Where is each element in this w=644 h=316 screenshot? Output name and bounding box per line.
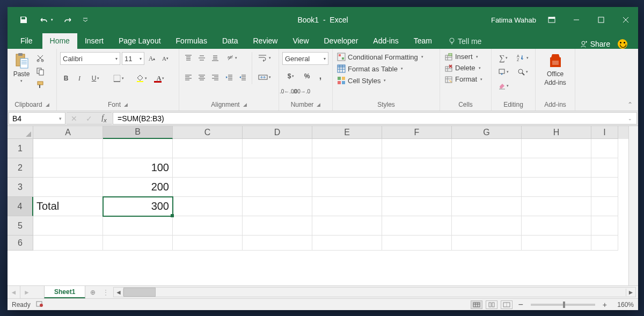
conditional-formatting-button[interactable]: Conditional Formatting [336,52,425,62]
cell-d1[interactable] [243,139,312,158]
feedback-icon[interactable] [618,39,627,49]
copy-icon[interactable] [34,65,46,77]
horizontal-scrollbar[interactable]: ◄► [113,287,636,297]
row-header-5[interactable]: 5 [8,216,33,236]
cell-a6[interactable] [33,236,103,251]
align-top-icon[interactable] [182,52,194,64]
fill-icon[interactable] [495,66,512,78]
cell-i2[interactable] [591,158,618,178]
cell-a3[interactable] [33,178,103,197]
cell-g5[interactable] [452,216,522,236]
format-painter-icon[interactable] [34,79,46,91]
select-all-corner[interactable] [8,126,33,139]
font-name-selector[interactable]: Calibri▾ [60,52,120,65]
cell-a2[interactable] [33,158,103,178]
cell-b2[interactable]: 100 [103,158,173,178]
bold-button[interactable]: B [60,72,72,84]
cell-a1[interactable] [33,139,103,158]
paste-button[interactable]: Paste ▾ [11,51,32,84]
cell-f4[interactable] [382,197,452,216]
add-sheet-icon[interactable]: ⊕ [85,286,100,298]
autosum-icon[interactable]: ∑ [495,52,512,64]
format-as-table-button[interactable]: Format as Table [336,64,404,74]
number-format-selector[interactable]: General▾ [282,52,328,65]
format-cells-button[interactable]: Format [443,75,484,84]
cell-d2[interactable] [243,158,312,178]
cell-a4[interactable]: Total [33,197,103,216]
cell-d6[interactable] [243,236,312,251]
align-center-icon[interactable] [196,71,208,83]
increase-indent-icon[interactable] [237,71,248,83]
cell-b5[interactable] [103,216,173,236]
save-icon[interactable] [14,12,33,27]
view-page-layout-icon[interactable] [486,300,497,309]
row-header-6[interactable]: 6 [8,236,33,251]
cell-h3[interactable] [522,178,591,197]
cell-b3[interactable]: 200 [103,178,173,197]
enter-formula-icon[interactable]: ✓ [82,114,97,123]
cell-b1[interactable] [103,139,173,158]
percent-format-icon[interactable]: % [301,70,313,82]
decrease-font-icon[interactable]: A▾ [159,53,171,64]
wrap-text-icon[interactable] [255,52,274,64]
dialog-launcher-icon[interactable]: ◢ [243,102,247,107]
col-header-e[interactable]: E [312,126,382,139]
dialog-launcher-icon[interactable]: ◢ [124,102,128,107]
cell-g1[interactable] [452,139,522,158]
share-button[interactable]: Share [580,40,610,48]
cell-d5[interactable] [243,216,312,236]
row-header-1[interactable]: 1 [8,139,33,158]
cell-c4[interactable] [173,197,243,216]
fx-icon[interactable]: fx [97,114,112,123]
cell-b4[interactable]: 300 [103,197,173,216]
cell-h4[interactable] [522,197,591,216]
cell-i4[interactable] [591,197,618,216]
cell-g6[interactable] [452,236,522,251]
align-left-icon[interactable] [182,71,194,83]
find-select-icon[interactable] [514,66,531,78]
cell-i5[interactable] [591,216,618,236]
close-icon[interactable] [613,12,638,28]
decrease-indent-icon[interactable] [223,71,235,83]
tab-team[interactable]: Team [406,33,440,49]
col-header-d[interactable]: D [243,126,312,139]
comma-format-icon[interactable]: , [314,70,326,82]
name-box[interactable]: B4▾ [9,112,65,124]
cell-b6[interactable] [103,236,173,251]
undo-icon[interactable]: ▾ [36,12,56,27]
cell-h6[interactable] [522,236,591,251]
align-bottom-icon[interactable] [209,52,221,64]
align-right-icon[interactable] [209,71,221,83]
italic-button[interactable]: I [74,72,85,84]
user-name[interactable]: Fatima Wahab [491,16,536,24]
cell-c5[interactable] [173,216,243,236]
redo-icon[interactable] [59,12,78,27]
orientation-icon[interactable]: ab [223,52,240,64]
row-header-3[interactable]: 3 [8,178,33,197]
cell-i1[interactable] [591,139,618,158]
office-addins-button[interactable]: Office Add-ins [542,51,568,87]
dialog-launcher-icon[interactable]: ◢ [46,102,49,107]
tab-addins[interactable]: Add-ins [365,33,406,49]
font-color-icon[interactable]: A [152,72,169,84]
minimize-icon[interactable] [564,12,589,28]
dialog-launcher-icon[interactable]: ◢ [317,102,320,107]
cell-g2[interactable] [452,158,522,178]
zoom-in-icon[interactable]: + [601,300,609,309]
cut-icon[interactable] [34,52,46,64]
cell-i3[interactable] [591,178,618,197]
sheet-nav-prev-icon[interactable]: ◄ [10,289,18,296]
col-header-f[interactable]: F [382,126,452,139]
row-header-4[interactable]: 4 [8,197,33,216]
cell-h5[interactable] [522,216,591,236]
borders-icon[interactable] [110,72,127,84]
cell-h1[interactable] [522,139,591,158]
sort-filter-icon[interactable]: AZ [514,52,531,64]
ribbon-display-icon[interactable] [539,12,564,28]
tab-home[interactable]: Home [42,33,77,49]
cell-f5[interactable] [382,216,452,236]
cell-c1[interactable] [173,139,243,158]
cell-i6[interactable] [591,236,618,251]
col-header-i[interactable]: I [591,126,618,139]
zoom-slider[interactable] [531,304,595,306]
